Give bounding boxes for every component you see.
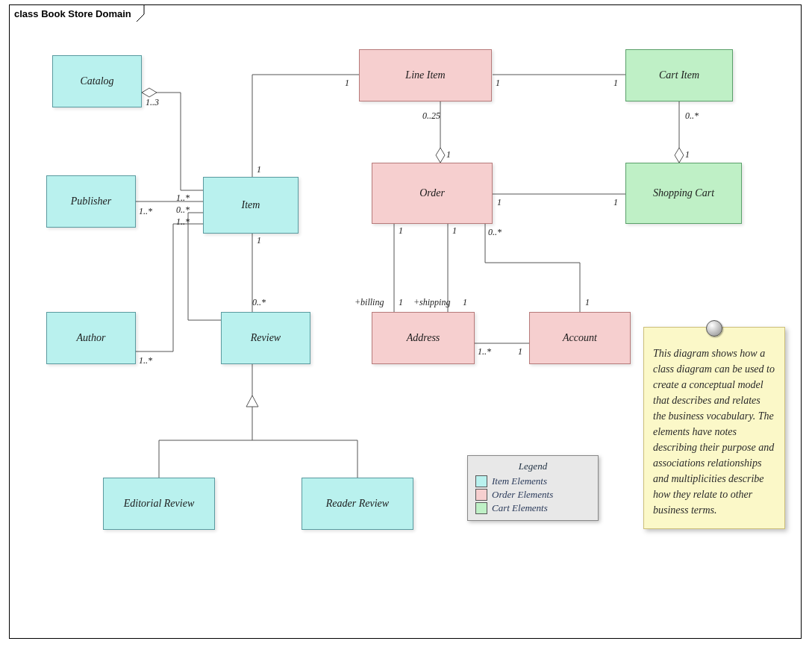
mult-item-1: 1 [257,235,261,246]
mult-catalog-item: 1..3 [146,97,159,108]
mult-acct-addr-to: 1..* [478,346,491,357]
class-catalog[interactable]: Catalog [52,55,142,107]
mult-acct-addr-from: 1 [518,346,522,357]
mult-item-lineitem-from: 1 [257,164,261,175]
mult-order-acct-from: 0..* [488,227,502,238]
class-reader-review[interactable]: Reader Review [302,478,413,530]
pin-icon [706,320,722,337]
mult-publisher-from: 1..* [139,206,152,217]
diagram-canvas: class Book Store Domain [0,0,812,647]
class-account[interactable]: Account [529,312,631,364]
mult-order-lineitem-from: 1 [446,149,451,160]
mult-order-acct-to: 1 [585,297,590,308]
role-billing: +billing [355,297,384,308]
class-shopping-cart[interactable]: Shopping Cart [625,163,742,224]
mult-item-review-a: 0..* [176,204,190,216]
mult-order-lineitem-to: 0..25 [422,110,440,122]
mult-order-addr2-from: 1 [452,225,457,237]
legend-label-order: Order Elements [492,489,553,501]
legend-swatch-cart [475,502,487,514]
mult-review-0star: 0..* [252,297,266,308]
mult-cart-cartitem-from: 1 [685,149,690,160]
frame-title: class Book Store Domain [10,7,139,21]
class-order[interactable]: Order [372,163,493,224]
class-publisher[interactable]: Publisher [46,175,136,228]
diagram-note-text: This diagram shows how a class diagram c… [653,348,775,516]
role-shipping: +shipping [413,297,450,308]
legend-label-cart: Cart Elements [492,502,548,514]
frame-title-wrap: class Book Store Domain [10,5,139,22]
mult-lineitem-cartitem-to: 1 [613,78,618,89]
class-review[interactable]: Review [221,312,310,364]
legend-row-item: Item Elements [475,475,590,487]
mult-order-cart-to: 1 [613,197,618,208]
mult-author-from: 1..* [139,355,152,366]
legend-row-cart: Cart Elements [475,502,590,514]
mult-order-addr2-to: 1 [463,297,467,308]
class-address[interactable]: Address [372,312,475,364]
class-author[interactable]: Author [46,312,136,364]
class-line-item[interactable]: Line Item [359,49,492,101]
diagram-note: This diagram shows how a class diagram c… [643,327,785,529]
legend-swatch-item [475,475,487,487]
mult-lineitem-cartitem-from: 1 [496,78,500,89]
legend: Legend Item Elements Order Elements Cart… [467,455,599,521]
class-cart-item[interactable]: Cart Item [625,49,733,101]
class-item[interactable]: Item [203,177,299,234]
class-editorial-review[interactable]: Editorial Review [103,478,215,530]
mult-order-addr1-to: 1 [399,297,403,308]
legend-row-order: Order Elements [475,489,590,501]
mult-order-addr1-from: 1 [399,225,403,237]
mult-author-to: 1..* [176,216,190,228]
legend-label-item: Item Elements [492,475,547,487]
legend-title: Legend [475,460,590,472]
mult-publisher-to: 1..* [176,193,190,204]
mult-order-cart-from: 1 [497,197,502,208]
legend-swatch-order [475,489,487,501]
mult-cart-cartitem-to: 0..* [685,110,699,122]
mult-item-lineitem-to: 1 [345,78,349,89]
